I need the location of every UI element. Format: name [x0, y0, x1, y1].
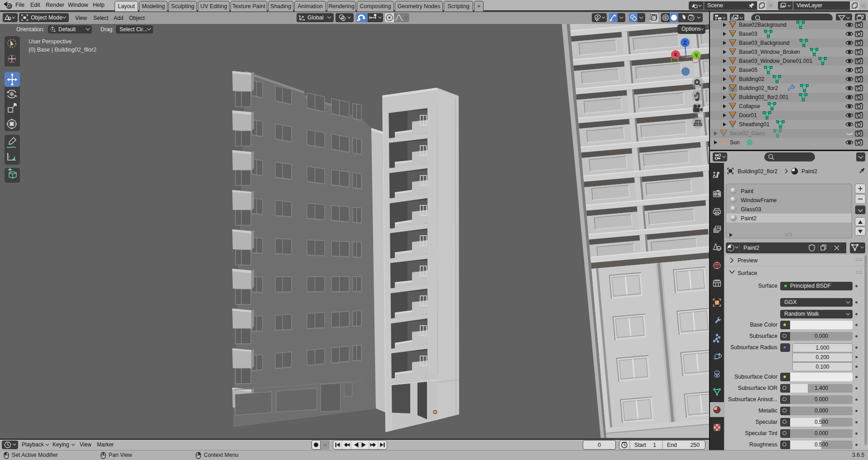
svg-text:Base03_Window_Done01.001: Base03_Window_Done01.001	[739, 58, 812, 64]
svg-text:Collapse: Collapse	[739, 103, 760, 109]
svg-text:Glass03: Glass03	[741, 206, 761, 213]
svg-text:Building02_flor2.001: Building02_flor2.001	[739, 94, 789, 100]
svg-text:Sheathing01: Sheathing01	[739, 121, 770, 128]
svg-text:Paint: Paint	[741, 188, 754, 194]
svg-text:Sun: Sun	[730, 139, 739, 146]
svg-text:End: End	[667, 442, 677, 448]
svg-text:Building02_flor2: Building02_flor2	[739, 85, 778, 91]
svg-text:Door01: Door01	[739, 112, 757, 119]
svg-text:Base03_Window_Broken: Base03_Window_Broken	[739, 49, 800, 55]
svg-text:Surface: Surface	[738, 270, 757, 276]
svg-text:Base03_Background: Base03_Background	[739, 40, 789, 46]
svg-text:Base03: Base03	[739, 31, 758, 37]
svg-text:Start: Start	[634, 442, 647, 448]
svg-text:250: 250	[690, 442, 700, 448]
svg-text:Preview: Preview	[738, 257, 758, 264]
svg-text:Building02: Building02	[739, 76, 764, 82]
svg-text:Base02Background: Base02Background	[739, 22, 786, 28]
svg-text:WindowFrame: WindowFrame	[741, 197, 777, 204]
svg-text:Building02_flor2: Building02_flor2	[738, 168, 777, 175]
svg-text:Paint2: Paint2	[801, 168, 817, 175]
svg-text:Z: Z	[683, 40, 686, 46]
svg-text:Paint2: Paint2	[741, 215, 757, 222]
svg-text:1: 1	[653, 442, 656, 448]
svg-text:Base05: Base05	[739, 67, 758, 73]
svg-text:Base02_Glass: Base02_Glass	[730, 130, 765, 137]
